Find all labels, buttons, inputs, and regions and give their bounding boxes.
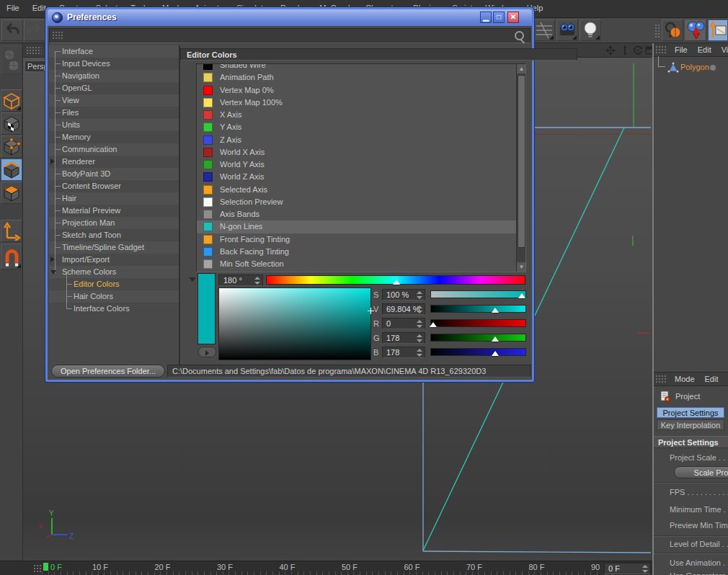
channel-slider[interactable] [430, 290, 526, 298]
channel-slider-marker[interactable] [492, 308, 499, 313]
chevron-right-icon[interactable] [50, 159, 55, 164]
scale-project-button[interactable]: Scale Project [674, 466, 728, 478]
scroll-down-button[interactable]: ▼ [517, 262, 526, 272]
workplane-button[interactable] [708, 19, 728, 41]
tree-item-sketch-and-toon[interactable]: Sketch and Toon [49, 229, 179, 241]
color-item-shaded-wire[interactable]: Shaded Wire [197, 63, 517, 71]
color-swatch[interactable] [203, 210, 213, 219]
color-item-selected-axis[interactable]: Selected Axis [197, 184, 517, 196]
tree-item-input-devices[interactable]: Input Devices [49, 58, 179, 70]
tree-item-opengl[interactable]: OpenGL [49, 82, 179, 94]
object-row-polygon[interactable]: Polygon [654, 61, 728, 74]
tree-item-memory[interactable]: Memory [49, 131, 179, 143]
channel-slider[interactable] [430, 334, 526, 342]
channel-slider-marker[interactable] [492, 351, 499, 356]
channel-stepper[interactable] [417, 320, 423, 328]
color-item-axis-bands[interactable]: Axis Bands [197, 208, 517, 220]
channel-slider-marker[interactable] [518, 293, 525, 298]
menu-user-data[interactable]: User Data [724, 373, 728, 383]
color-item-min-soft-selection[interactable]: Min Soft Selection [197, 258, 517, 270]
tree-item-view[interactable]: View [49, 94, 179, 107]
channel-slider-marker[interactable] [430, 322, 437, 327]
color-item-vertex-map-100[interactable]: Vertex Map 100% [197, 97, 517, 109]
tree-item-interface[interactable]: Interface [49, 45, 179, 58]
texture-mode-button[interactable] [1, 112, 22, 135]
bodypaint-setup-button[interactable] [1, 45, 22, 74]
tree-item-bodypaint-3d[interactable]: BodyPaint 3D [49, 168, 179, 180]
visibility-dot[interactable] [710, 65, 716, 71]
color-swatch[interactable] [203, 235, 213, 244]
color-swatch[interactable] [203, 110, 213, 120]
open-preferences-folder-button[interactable]: Open Preferences Folder... [51, 365, 165, 378]
make-editable-button[interactable] [1, 89, 22, 112]
points-mode-button[interactable] [1, 135, 22, 158]
minimize-button[interactable]: ▁ [480, 12, 492, 23]
channel-stepper[interactable] [417, 306, 423, 313]
menu-file[interactable]: File [0, 0, 26, 12]
tree-item-navigation[interactable]: Navigation [49, 70, 179, 82]
current-frame-field[interactable]: 0 F [604, 563, 651, 574]
polygons-mode-button[interactable] [1, 182, 22, 204]
frame-label-0-f[interactable]: 0 F [50, 563, 62, 571]
color-item-vertex-map-0[interactable]: Vertex Map 0% [197, 84, 517, 97]
channel-value-field[interactable]: 178 [382, 347, 425, 358]
viewport-solo-button[interactable] [662, 19, 683, 41]
toggle-view-icon[interactable] [644, 45, 652, 55]
undo-button[interactable] [1, 19, 23, 41]
scroll-up-button[interactable]: ▲ [517, 64, 526, 73]
tree-item-import-export[interactable]: Import/Export [49, 254, 179, 266]
frame-stepper[interactable] [642, 565, 649, 573]
menu-mode[interactable]: Mode [670, 373, 700, 383]
color-item-back-facing-tinting[interactable]: Back Facing Tinting [197, 246, 517, 258]
swatch-options-button[interactable] [198, 347, 216, 357]
object-manager-grip[interactable] [655, 45, 667, 54]
color-swatch[interactable] [203, 148, 213, 157]
saturation-value-box[interactable] [218, 288, 371, 360]
tree-item-files[interactable]: Files [49, 107, 179, 119]
tab-project-settings[interactable]: Project Settings [657, 407, 724, 418]
color-swatch[interactable] [203, 197, 213, 207]
color-item-z-axis[interactable]: Z Axis [197, 134, 517, 146]
object-label[interactable]: Polygon [680, 63, 709, 71]
enable-axis-button[interactable] [1, 220, 22, 242]
hue-field[interactable]: 180 ° [218, 275, 263, 286]
tree-item-interface-colors[interactable]: Interface Colors [49, 303, 179, 315]
rotate-view-icon[interactable] [632, 45, 644, 55]
pan-view-icon[interactable] [605, 45, 616, 55]
color-item-n-gon-lines[interactable]: N-gon Lines [197, 220, 517, 233]
close-button[interactable]: ✕ [507, 12, 519, 23]
snap-button[interactable] [1, 244, 22, 269]
hue-slider-marker[interactable] [393, 280, 400, 285]
edges-mode-button[interactable] [1, 159, 22, 181]
timeline-grip[interactable] [33, 564, 42, 574]
tree-item-material-preview[interactable]: Material Preview [49, 205, 179, 217]
menu-view[interactable]: View [716, 43, 728, 54]
light-button[interactable] [580, 19, 601, 41]
chevron-right-icon[interactable] [50, 257, 55, 262]
color-swatch[interactable] [203, 259, 213, 269]
color-swatch[interactable] [203, 135, 213, 145]
channel-stepper[interactable] [417, 349, 423, 357]
color-swatch[interactable] [203, 63, 213, 70]
attribute-manager-grip[interactable] [655, 375, 667, 383]
color-item-x-axis[interactable]: X Axis [197, 109, 517, 121]
search-bar[interactable] [49, 28, 531, 43]
camera-button[interactable] [556, 19, 578, 41]
tree-item-renderer[interactable]: Renderer [49, 156, 179, 168]
make-object-last-button[interactable] [685, 19, 706, 41]
color-item-front-facing-tinting[interactable]: Front Facing Tinting [197, 233, 517, 246]
channel-value-field[interactable]: 178 [382, 332, 425, 344]
channel-slider[interactable] [430, 305, 526, 313]
color-swatch[interactable] [203, 98, 213, 107]
channel-slider[interactable] [430, 348, 526, 356]
viewport-grip[interactable] [26, 46, 42, 55]
dialog-titlebar[interactable]: Preferences ▁ □ ✕ [48, 9, 532, 26]
hue-slider[interactable] [266, 275, 525, 285]
color-swatch[interactable] [203, 86, 213, 95]
tree-item-timeline-spline-gadget[interactable]: Timeline/Spline Gadget [49, 241, 179, 254]
channel-slider[interactable] [430, 319, 526, 327]
channel-slider-marker[interactable] [492, 336, 499, 342]
color-item-world-y-axis[interactable]: World Y Axis [197, 159, 517, 171]
playhead-marker[interactable] [43, 563, 48, 571]
list-scrollbar[interactable]: ▲ ▼ [516, 64, 525, 272]
